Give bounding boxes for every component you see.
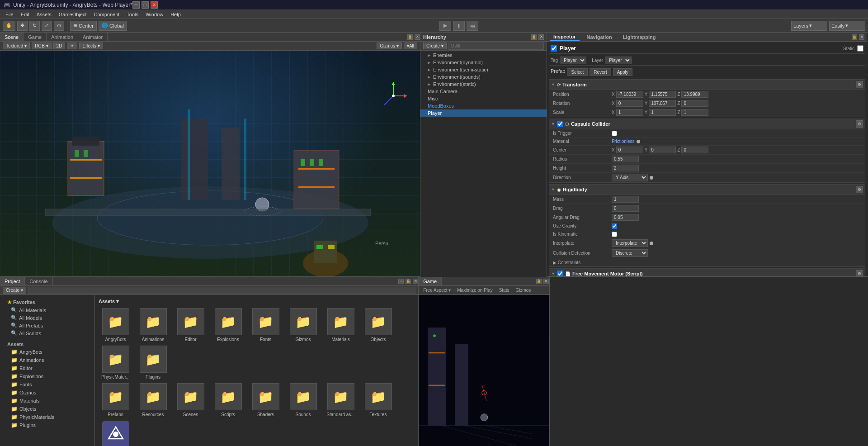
layers-dropdown[interactable]: Layers ▾: [791, 21, 827, 31]
mass-field[interactable]: [612, 196, 639, 203]
easily-dropdown[interactable]: Easily ▾: [829, 21, 865, 31]
rgb-dropdown[interactable]: RGB ▾: [32, 43, 51, 49]
rotation-z-field[interactable]: [681, 100, 708, 107]
scene-lock-btn[interactable]: 🔒: [407, 34, 413, 40]
is-trigger-checkbox[interactable]: [612, 131, 617, 136]
sidebar-gizmos[interactable]: 📁 Gizmos: [4, 389, 91, 397]
tab-game-panel[interactable]: Game: [419, 277, 442, 285]
stats-btn[interactable]: Stats: [497, 287, 511, 294]
proj-close-btn[interactable]: ✕: [413, 279, 418, 284]
menu-component[interactable]: Component: [90, 11, 123, 18]
angular-drag-field[interactable]: [612, 214, 639, 221]
tab-console[interactable]: Console: [25, 277, 52, 285]
sidebar-explosions[interactable]: 📁 Explosions: [4, 372, 91, 380]
position-x-field[interactable]: [616, 91, 643, 98]
menu-edit[interactable]: Edit: [17, 11, 33, 18]
step-button[interactable]: ⏭: [467, 21, 478, 31]
menu-window[interactable]: Window: [142, 11, 167, 18]
scale-x-field[interactable]: [616, 109, 643, 116]
game-viewport[interactable]: [419, 295, 549, 446]
gizmos-dropdown[interactable]: Gizmos ▾: [377, 43, 402, 49]
sidebar-objects[interactable]: 📁 Objects: [4, 405, 91, 413]
lights-toggle[interactable]: ☀: [67, 43, 77, 49]
free-movement-settings-btn[interactable]: ⚙: [856, 270, 863, 276]
hand-tool[interactable]: ✋: [3, 21, 15, 31]
layer-dropdown[interactable]: Player: [605, 57, 632, 64]
rotation-x-field[interactable]: [616, 100, 643, 107]
tab-project[interactable]: Project: [0, 277, 25, 285]
inspector-tab-navigation[interactable]: Navigation: [583, 33, 616, 41]
menu-help[interactable]: Help: [167, 11, 184, 18]
object-active-checkbox[interactable]: [551, 45, 557, 52]
sidebar-all-prefabs[interactable]: 🔍 All Prefabs: [4, 322, 91, 329]
asset-prefabs[interactable]: 📁 Prefabs: [99, 383, 132, 417]
sidebar-all-scripts[interactable]: 🔍 All Scripts: [4, 329, 91, 337]
scale-z-field[interactable]: [681, 109, 708, 116]
asset-resources[interactable]: 📁 Resources: [136, 383, 170, 417]
prefab-revert-btn[interactable]: Revert: [590, 68, 611, 76]
asset-sounds[interactable]: 📁 Sounds: [286, 383, 320, 417]
use-gravity-checkbox[interactable]: [612, 223, 617, 229]
create-btn[interactable]: Create ▾: [3, 287, 26, 294]
rotation-y-field[interactable]: [649, 100, 676, 107]
asset-angrybots-special[interactable]: AngryBots: [99, 421, 132, 446]
asset-scenes[interactable]: 📁 Scenes: [174, 383, 208, 417]
maximize-on-play-btn[interactable]: Maximize on Play: [455, 287, 494, 294]
inspector-close-btn[interactable]: ✕: [859, 34, 864, 40]
project-search-input[interactable]: [28, 287, 415, 294]
asset-scripts[interactable]: 📁 Scripts: [211, 383, 245, 417]
hierarchy-item-main-camera[interactable]: Main Camera: [420, 88, 547, 95]
effects-dropdown[interactable]: Effects ▾: [79, 43, 103, 49]
asset-angrybots[interactable]: 📁 AngryBots: [99, 308, 132, 342]
hierarchy-close-btn[interactable]: ✕: [538, 34, 544, 40]
tab-scene[interactable]: Scene: [0, 33, 24, 41]
sidebar-materials[interactable]: 📁 Materials: [4, 397, 91, 405]
hierarchy-item-env-static[interactable]: Environment(static): [420, 81, 547, 88]
tab-animation[interactable]: Animation: [47, 33, 78, 41]
asset-objects[interactable]: 📁 Objects: [361, 308, 395, 342]
hierarchy-item-misc[interactable]: Misc: [420, 95, 547, 102]
inspector-tab-lightmapping[interactable]: Lightmapping: [619, 33, 660, 41]
scene-close-btn[interactable]: ✕: [415, 34, 420, 40]
rect-tool[interactable]: ⊙: [54, 21, 64, 31]
tag-dropdown[interactable]: Player: [560, 57, 586, 64]
transform-header[interactable]: ▼ ⟳ Transform ⚙: [549, 80, 865, 90]
free-movement-enabled-checkbox[interactable]: [557, 270, 563, 276]
sidebar-fonts[interactable]: 📁 Fonts: [4, 380, 91, 389]
capsule-enabled-checkbox[interactable]: [557, 121, 563, 127]
menu-tools[interactable]: Tools: [123, 11, 142, 18]
material-link[interactable]: Frictionless: [612, 139, 635, 144]
sidebar-physic-materials[interactable]: 📁 PhysicMaterials: [4, 413, 91, 421]
asset-fonts[interactable]: 📁 Fonts: [249, 308, 283, 342]
proj-add-btn[interactable]: +: [398, 279, 404, 284]
is-kinematic-checkbox[interactable]: [612, 232, 617, 237]
collision-dropdown[interactable]: Discrete: [612, 249, 648, 257]
capsule-settings-btn[interactable]: ⚙: [856, 120, 863, 128]
rigidbody-settings-btn[interactable]: ⚙: [856, 186, 863, 193]
game-lock-btn[interactable]: 🔒: [536, 279, 542, 284]
asset-standard-assets[interactable]: 📁 Standard as...: [324, 383, 358, 417]
asset-animations[interactable]: 📁 Animations: [136, 308, 170, 342]
hierarchy-lock-btn[interactable]: 🔒: [531, 34, 537, 40]
2d-toggle[interactable]: 2D: [53, 43, 66, 49]
menu-assets[interactable]: Assets: [33, 11, 55, 18]
tab-animator[interactable]: Animator: [78, 33, 108, 41]
scene-viewport[interactable]: Persp: [0, 51, 420, 276]
drag-field[interactable]: [612, 205, 639, 212]
close-button[interactable]: ✕: [151, 1, 158, 9]
center-x-field[interactable]: [616, 147, 643, 153]
tab-game[interactable]: Game: [24, 33, 47, 41]
asset-physic-material[interactable]: 📁 PhysicMater...: [99, 346, 132, 380]
sidebar-all-materials[interactable]: 🔍 All Materials: [4, 306, 91, 314]
asset-textures[interactable]: 📁 Textures: [361, 383, 395, 417]
asset-materials[interactable]: 📁 Materials: [324, 308, 358, 342]
prefab-select-btn[interactable]: Select: [567, 68, 588, 76]
maximize-button[interactable]: □: [142, 1, 149, 9]
sidebar-plugins[interactable]: 📁 Plugins: [4, 421, 91, 429]
prefab-apply-btn[interactable]: Apply: [613, 68, 632, 76]
inspector-lock-btn[interactable]: 🔒: [852, 34, 857, 40]
free-aspect-dropdown[interactable]: Free Aspect ▾: [421, 287, 453, 294]
hierarchy-item-player[interactable]: Player: [420, 109, 547, 117]
inspector-tab-inspector[interactable]: Inspector: [550, 33, 580, 41]
asset-plugins[interactable]: 📁 Plugins: [136, 346, 170, 380]
